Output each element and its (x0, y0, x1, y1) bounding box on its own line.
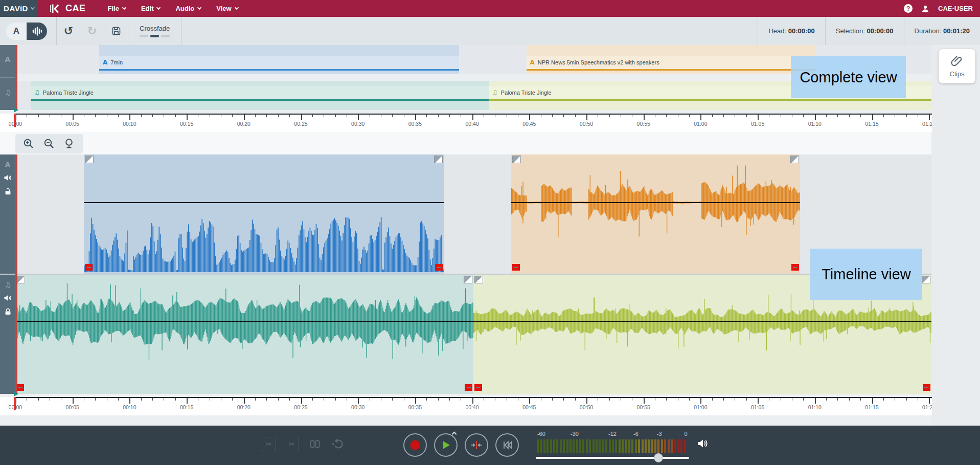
playhead-triangle-marker[interactable] (14, 107, 18, 113)
ruler-tick (621, 115, 621, 117)
speaker-icon[interactable] (3, 293, 13, 303)
zoom-fit-button[interactable] (62, 136, 77, 151)
help-icon[interactable]: ? (904, 4, 913, 13)
clips-panel-button[interactable]: Clips (939, 49, 975, 83)
play-options-caret[interactable] (452, 429, 456, 438)
gain-envelope-line[interactable] (473, 321, 931, 322)
fade-marker[interactable] (435, 264, 443, 271)
ruler-tick (712, 398, 713, 401)
menubar: DAViD CAE FileEditAudioView ? CAE-USER (0, 0, 980, 17)
fade-marker[interactable] (465, 384, 472, 391)
clip-accent-line (31, 99, 489, 101)
redo-button[interactable]: ↻ (80, 26, 104, 37)
volume-slider[interactable] (536, 457, 689, 459)
overview-clip[interactable]: A7min (99, 45, 459, 74)
ruler-tick (575, 398, 576, 401)
timeline-speech-track[interactable]: A (0, 154, 931, 274)
gain-envelope-line[interactable] (511, 202, 800, 203)
ruler-time-label: 00:35 (408, 121, 422, 127)
fade-handle[interactable] (464, 276, 472, 283)
ruler-tick (175, 398, 176, 401)
ruler-tick (609, 115, 610, 117)
crossfade-label: Crossfade (140, 25, 170, 32)
meter-segment (546, 439, 549, 453)
timeline-time-ruler[interactable]: 00:0000:0500:1000:1500:2000:2500:3000:35… (0, 397, 932, 415)
user-name[interactable]: CAE-USER (938, 5, 973, 12)
ruler-tick (324, 115, 324, 117)
speaker-icon[interactable] (3, 173, 13, 183)
skip-to-start-button[interactable] (495, 433, 519, 457)
edit-mode-toggle[interactable]: A (6, 23, 47, 40)
fade-marker[interactable] (923, 384, 930, 391)
ruler-tick (221, 115, 221, 117)
ruler-tick (266, 398, 267, 401)
cut-region-button[interactable]: ✂ (285, 437, 299, 451)
clip-accent-line (527, 69, 815, 71)
fade-handle[interactable] (790, 156, 799, 163)
ruler-tick (792, 398, 792, 401)
meter-scale-label: -3 (657, 431, 662, 437)
playhead-triangle-marker[interactable] (14, 391, 18, 396)
playhead-line[interactable] (16, 154, 17, 394)
unlock-icon[interactable] (4, 187, 12, 196)
gain-envelope-line[interactable] (84, 202, 444, 203)
timeline-music-track[interactable]: ♫ (0, 275, 931, 394)
timeline-clip[interactable] (84, 154, 444, 274)
locate-head-button[interactable] (465, 433, 488, 457)
ruler-tick (244, 115, 245, 120)
menu-edit[interactable]: Edit (133, 0, 168, 17)
ruler-tick (95, 398, 96, 401)
clip-label: ♫Paloma Triste Jingle (31, 86, 489, 99)
text-mode-button[interactable]: A (6, 23, 27, 40)
fade-handle[interactable] (434, 156, 443, 163)
fade-handle[interactable] (16, 276, 25, 283)
fade-handle[interactable] (85, 156, 94, 163)
text-track-icon: A (0, 55, 15, 63)
zoom-in-button[interactable] (21, 136, 36, 151)
fade-marker[interactable] (474, 384, 482, 391)
crossfade-button[interactable]: Crossfade (128, 25, 181, 37)
fade-marker[interactable] (16, 384, 24, 391)
ruler-time-label: 00:50 (580, 121, 593, 127)
ruler-playhead-marker[interactable] (14, 397, 16, 410)
record-button[interactable] (403, 433, 427, 457)
fade-handle[interactable] (922, 276, 930, 283)
zoom-out-button[interactable] (41, 136, 57, 151)
playhead-line[interactable] (16, 45, 17, 110)
ruler-tick (449, 115, 450, 117)
fade-handle[interactable] (512, 156, 521, 163)
save-icon (111, 26, 122, 36)
overview-clip[interactable]: ANPR News 5min Speechmatics v2 with spea… (527, 45, 815, 74)
fade-marker[interactable] (85, 264, 93, 271)
duration-timecode: Duration: 00:01:20 (904, 27, 980, 35)
fade-marker[interactable] (512, 264, 520, 271)
audio-mode-button[interactable] (27, 23, 47, 40)
fade-marker[interactable] (791, 264, 799, 271)
gain-envelope-line[interactable] (15, 321, 473, 322)
menu-view[interactable]: View (209, 0, 245, 17)
monitor-speaker-icon[interactable] (696, 437, 710, 450)
timeline-clip[interactable] (511, 154, 800, 274)
overview-clip[interactable]: ♫Paloma Triste Jingle (31, 81, 489, 110)
ruler-time-label: 00:40 (465, 121, 478, 127)
ruler-time-label: 01:05 (751, 121, 764, 127)
david-logo-menu[interactable]: DAViD (0, 0, 38, 17)
fade-handle[interactable] (474, 276, 483, 283)
lock-icon[interactable] (4, 307, 12, 316)
split-clip-button[interactable] (308, 437, 322, 451)
jump-back-button[interactable] (331, 437, 345, 451)
volume-slider-thumb[interactable] (654, 453, 663, 462)
meter-segment (550, 439, 552, 453)
ruler-playhead-marker[interactable] (14, 114, 16, 127)
cut-selection-button[interactable]: ✂ (262, 437, 276, 451)
timeline-clip[interactable] (15, 275, 473, 394)
menu-file[interactable]: File (100, 0, 133, 17)
ruler-tick (232, 115, 233, 117)
save-button[interactable] (104, 26, 128, 36)
ruler-tick (586, 398, 587, 404)
ruler-tick (278, 398, 279, 401)
undo-button[interactable]: ↺ (57, 26, 80, 37)
waveform (15, 275, 473, 394)
overview-time-ruler[interactable]: 00:0000:0500:1000:1500:2000:2500:3000:35… (0, 114, 932, 132)
menu-audio[interactable]: Audio (168, 0, 209, 17)
